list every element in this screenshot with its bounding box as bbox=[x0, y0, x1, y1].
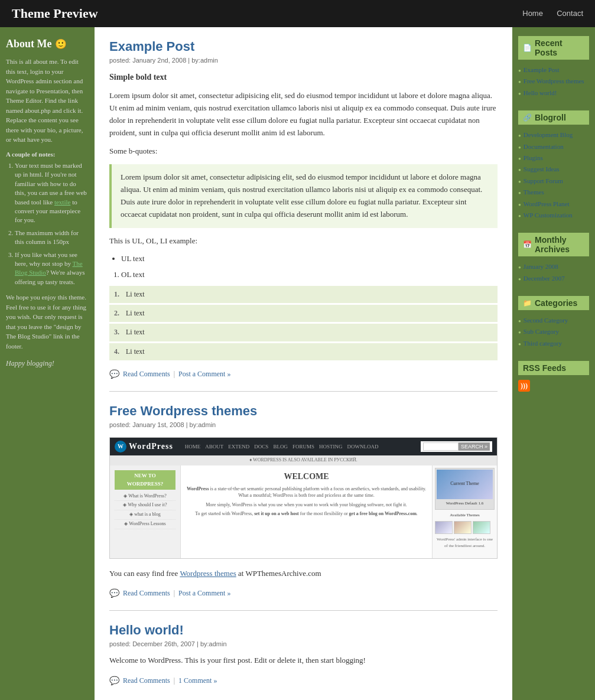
post-meta: posted: January 1st, 2008 | by:admin bbox=[109, 421, 498, 428]
wp-nav-docs: DOCS bbox=[254, 442, 268, 451]
li-row: 4.Li text bbox=[109, 343, 498, 360]
blogroll-link[interactable]: WP Customization bbox=[524, 211, 573, 220]
wp-left-panel: NEW TO WORDPRESS? ◈ What is WordPress? ◈… bbox=[110, 465, 181, 558]
archive-link[interactable]: December 2007 bbox=[524, 274, 565, 283]
rss-feed-link[interactable]: ))) bbox=[518, 381, 530, 390]
read-comments-link[interactable]: Read Comments bbox=[123, 370, 170, 379]
post-title-link[interactable]: Example Post bbox=[109, 39, 194, 54]
wp-new-to-wp: NEW TO WORDPRESS? bbox=[115, 470, 175, 490]
widget-archives: 📅 Monthly Archives January 2008 December… bbox=[518, 233, 589, 284]
blogroll-link[interactable]: Documentation bbox=[524, 142, 564, 151]
list-item: Third category bbox=[518, 338, 589, 349]
blogroll-link[interactable]: Development Blog bbox=[524, 131, 573, 139]
post-body: Welcome to WordPress. This is your first… bbox=[109, 655, 498, 667]
bold-text: Simple bold text bbox=[109, 71, 498, 84]
wp-admin-text: WordPress' admin interface is one of the… bbox=[435, 536, 495, 549]
site-header: Theme Preview Home Contact bbox=[0, 0, 595, 27]
wp-available-text: ♦ WORDPRESS IS ALSO AVAILABLE IN РУССКИЙ… bbox=[110, 455, 497, 465]
wp-left-item: ◈ WordPress Lessons bbox=[115, 520, 175, 529]
post-title-link[interactable]: Hello world! bbox=[109, 623, 184, 637]
blogroll-link[interactable]: Support Forum bbox=[524, 177, 563, 185]
widget-title-label: Blogroll bbox=[535, 113, 566, 122]
wp-nav-hosting: HOSTING bbox=[319, 442, 343, 451]
blockquote: Lorem ipsum dolor sit amet, consectetur … bbox=[109, 164, 498, 227]
wp-logo: W WordPress bbox=[115, 440, 173, 453]
widget-icon: 📅 bbox=[523, 240, 532, 249]
read-comments-link[interactable]: Read Comments bbox=[123, 589, 170, 598]
archives-list: January 2008 December 2007 bbox=[518, 261, 589, 284]
wp-nav-download: DOWNLOAD bbox=[347, 442, 378, 451]
post-footer: 💬 Read Comments | Post a Comment » bbox=[109, 588, 498, 598]
widget-categories-title: 📁 Categories bbox=[518, 296, 589, 310]
wp-header-bar: W WordPress HOME ABOUT EXTEND DOCS BLOG … bbox=[110, 438, 497, 455]
hope-text: We hope you enjoy this theme. Feel free … bbox=[6, 292, 89, 351]
sidebar-left: About Me 🙂 This is all about me. To edit… bbox=[0, 27, 95, 700]
post-comment-link[interactable]: Post a Comment » bbox=[178, 589, 230, 598]
post-comment-link[interactable]: Post a Comment » bbox=[178, 370, 230, 379]
widget-blogroll: 🔗 Blogroll Development Blog Documentatio… bbox=[518, 110, 589, 221]
wp-search-button[interactable]: SEARCH » bbox=[459, 442, 490, 451]
post-meta: posted: December 26th, 2007 | by:admin bbox=[109, 640, 498, 647]
comment-icon: 💬 bbox=[109, 588, 119, 598]
category-link[interactable]: Third category bbox=[524, 339, 562, 348]
list-item: Free Wordpress themes bbox=[518, 76, 589, 87]
post-paragraph: Welcome to WordPress. This is your first… bbox=[109, 655, 498, 667]
nav-home[interactable]: Home bbox=[522, 9, 543, 18]
read-comments-link[interactable]: Read Comments bbox=[123, 676, 170, 685]
list-item: Suggest Ideas bbox=[518, 164, 589, 175]
blog-studio-link[interactable]: The Blog Studio bbox=[15, 260, 83, 276]
wp-brand-text: WordPress bbox=[129, 440, 173, 453]
list-item: Support Forum bbox=[518, 175, 589, 187]
wp-search-input[interactable] bbox=[423, 442, 459, 451]
wp-left-item: ◈ what is a blog bbox=[115, 510, 175, 520]
blogroll-link[interactable]: Themes bbox=[524, 188, 544, 197]
wp-thumb bbox=[454, 521, 472, 534]
blogroll-link[interactable]: Suggest Ideas bbox=[524, 165, 560, 174]
notes-list: Your text must be marked up in html. If … bbox=[6, 161, 89, 286]
wp-left-item: ◈ What is WordPress? bbox=[115, 492, 175, 502]
category-link[interactable]: Sub Category bbox=[524, 327, 559, 336]
widget-rss-title: RSS Feeds bbox=[518, 361, 589, 375]
post-footer: 💬 Read Comments | Post a Comment » bbox=[109, 369, 498, 379]
archive-link[interactable]: January 2008 bbox=[524, 262, 558, 271]
post-title: Free Wordpress themes bbox=[109, 403, 498, 419]
recent-posts-list: Example Post Free Wordpress themes Hello… bbox=[518, 64, 589, 99]
nav-contact[interactable]: Contact bbox=[557, 9, 583, 18]
rss-icon-wrapper: ))) bbox=[518, 380, 589, 392]
widget-blogroll-title: 🔗 Blogroll bbox=[518, 110, 589, 125]
category-link[interactable]: Second Category bbox=[524, 316, 568, 325]
ordered-list: OL text bbox=[121, 269, 498, 281]
li-rows: 1.Li text 2.Li text 3.Li text 4.Li text bbox=[109, 286, 498, 360]
list-item: Sub Category bbox=[518, 326, 589, 337]
recent-post-link[interactable]: Hello world! bbox=[524, 89, 557, 97]
blogroll-link[interactable]: Plugins bbox=[524, 154, 543, 162]
list-item: WordPress Planet bbox=[518, 198, 589, 210]
li-row: 2.Li text bbox=[109, 305, 498, 322]
post-paragraph: Lorem ipsum dolor sit amet, consectetur … bbox=[109, 90, 498, 139]
wp-left-item: ◈ Why should I use it? bbox=[115, 501, 175, 510]
post-footer: 💬 Read Comments | 1 Comment » bbox=[109, 676, 498, 686]
wp-theme-label: WordPress Default 1.6 bbox=[437, 499, 493, 508]
post-title: Example Post bbox=[109, 39, 498, 54]
wp-nav-extend: EXTEND bbox=[228, 442, 249, 451]
li-row: 1.Li text bbox=[109, 286, 498, 303]
textile-link[interactable]: textile bbox=[54, 198, 71, 206]
unordered-list: UL text bbox=[121, 253, 498, 265]
recent-post-link[interactable]: Example Post bbox=[524, 66, 560, 74]
wp-search: SEARCH » bbox=[421, 441, 492, 452]
wp-body: NEW TO WORDPRESS? ◈ What is WordPress? ◈… bbox=[110, 465, 497, 558]
comment-count-link[interactable]: 1 Comment » bbox=[178, 676, 217, 685]
list-item: WP Customization bbox=[518, 210, 589, 221]
widget-icon: 📄 bbox=[523, 44, 532, 52]
page-wrapper: About Me 🙂 This is all about me. To edit… bbox=[0, 27, 595, 700]
body-before: You can easy find free bbox=[109, 569, 178, 578]
blogroll-link[interactable]: WordPress Planet bbox=[524, 200, 570, 209]
blogroll-list: Development Blog Documentation Plugins S… bbox=[518, 129, 589, 221]
wp-welcome: WELCOME bbox=[186, 470, 427, 483]
about-me-text: This is all about me. To edit this text,… bbox=[6, 57, 89, 145]
post-title-link[interactable]: Free Wordpress themes bbox=[109, 403, 257, 418]
wp-themes-link[interactable]: Wordpress themes bbox=[180, 569, 236, 578]
wp-desc3: To get started with WordPress, set it up… bbox=[186, 510, 427, 517]
recent-post-link[interactable]: Free Wordpress themes bbox=[524, 77, 584, 86]
widget-rss: RSS Feeds ))) bbox=[518, 361, 589, 392]
